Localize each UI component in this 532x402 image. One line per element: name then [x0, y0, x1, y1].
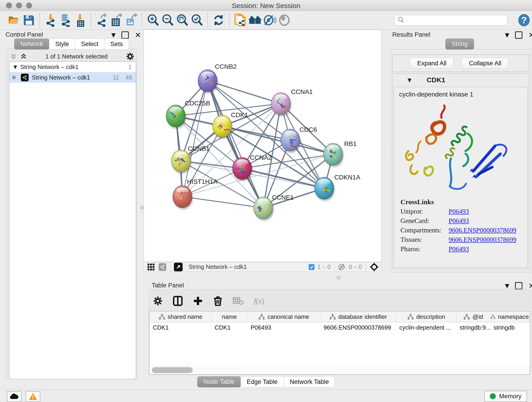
gene-section-collapse-icon[interactable]: ▼ — [408, 77, 412, 83]
network-canvas[interactable]: CCNB2CCNA1CDC25BCDK1CDC6RB1CCNB1CCNA2CDK… — [144, 30, 382, 262]
search-input[interactable] — [404, 17, 501, 24]
fit-content-crosshair-icon[interactable] — [370, 262, 379, 272]
warnings-button[interactable] — [26, 391, 40, 402]
string-home-button[interactable] — [248, 13, 262, 27]
column-header-canonical-name[interactable]: canonical name — [247, 312, 320, 322]
tab-edge-table[interactable]: Edge Table — [241, 376, 284, 387]
show-glass-style-button[interactable] — [277, 13, 292, 27]
memory-button[interactable]: Memory — [484, 391, 527, 402]
node-CCNB2[interactable]: CCNB2 — [198, 63, 237, 94]
collapse-all-tree-icon[interactable] — [10, 53, 17, 60]
import-network-database-button[interactable] — [58, 13, 73, 27]
table-cell[interactable]: P06493 — [247, 322, 320, 333]
results-panel-float-button[interactable] — [515, 32, 522, 39]
table-horizontal-scrollbar[interactable] — [149, 366, 530, 375]
column-header-database-identifier[interactable]: database identifier — [320, 312, 396, 322]
node-HIST1H1A[interactable]: HIST1H1A — [173, 178, 218, 210]
column-header-shared-name[interactable]: shared name — [150, 312, 211, 322]
birds-eye-grid-icon[interactable] — [147, 263, 155, 271]
tab-network[interactable]: Network — [14, 38, 49, 50]
column-header-name[interactable]: name — [211, 312, 247, 322]
export-image-button[interactable] — [124, 13, 138, 27]
table-panel-float-button[interactable] — [515, 282, 522, 289]
table-options-gear-icon[interactable] — [153, 296, 163, 306]
hide-glass-style-button[interactable] — [262, 13, 277, 27]
add-column-plus-icon[interactable] — [193, 296, 203, 306]
network-share-icon[interactable] — [158, 263, 166, 271]
hierarchy-column-icon — [158, 313, 165, 320]
control-panel-float-button[interactable] — [121, 32, 129, 39]
table-cell[interactable]: cyclin-dependent ... — [396, 322, 456, 333]
vertical-splitter-right-handle[interactable] — [382, 151, 385, 154]
help-button[interactable]: ? — [518, 14, 530, 26]
node-label-CCNA1: CCNA1 — [291, 88, 313, 95]
selected-nodes-checkbox[interactable] — [309, 264, 315, 270]
zoom-in-button[interactable] — [146, 13, 160, 27]
column-header-label: database identifier — [338, 313, 387, 320]
tab-sets[interactable]: Sets — [104, 38, 129, 50]
node-CDKN1A[interactable]: CDKN1A — [315, 174, 360, 201]
expand-all-button[interactable]: Expand All — [410, 58, 454, 69]
node-CCNA1[interactable]: CCNA1 — [271, 88, 313, 116]
vertical-splitter-left-handle[interactable] — [140, 206, 144, 209]
show-columns-icon[interactable] — [173, 296, 183, 306]
open-in-new-window-icon[interactable] — [174, 263, 183, 271]
crosslink-link[interactable]: 9606.ENSP00000378699 — [449, 226, 516, 234]
protein-structure-image[interactable] — [397, 100, 525, 196]
node-table-row[interactable]: CDK1CDK1P064939606.ENSP00000378699cyclin… — [150, 322, 530, 333]
horizontal-splitter-handle[interactable] — [337, 276, 340, 279]
table-cell[interactable]: CDK1 — [150, 322, 211, 333]
string-import-button[interactable] — [233, 13, 248, 27]
node-RB1[interactable]: RB1 — [323, 140, 356, 167]
tab-node-table[interactable]: Node Table — [197, 376, 241, 387]
save-session-button[interactable] — [22, 13, 36, 27]
node-label-CCNB2: CCNB2 — [215, 63, 237, 70]
scrollbar-thumb[interactable] — [152, 367, 193, 373]
results-panel-menu-button[interactable]: ▼ — [505, 32, 509, 38]
edge-CCNB2-CCNA1[interactable] — [208, 81, 281, 104]
table-cell[interactable]: 9606.ENSP00000378699 — [320, 322, 396, 333]
import-network-file-button[interactable] — [43, 13, 58, 27]
collapse-all-button[interactable]: Collapse All — [462, 58, 508, 69]
control-panel-menu-button[interactable]: ▼ — [111, 32, 115, 38]
crosslink-link[interactable]: P06493 — [449, 245, 469, 253]
edge-HIST1H1A-CCNE1[interactable] — [182, 197, 263, 208]
collection-expand-arrow-icon[interactable]: ▼ — [13, 64, 17, 70]
table-panel-close-button[interactable]: ✕ — [528, 281, 532, 290]
network-collection-row[interactable]: ▼ String Network – cdk1 1 — [9, 62, 136, 72]
column-header--id[interactable]: @id — [456, 312, 490, 322]
zoom-selected-button[interactable] — [190, 13, 204, 27]
zoom-fit-button[interactable] — [175, 13, 190, 27]
gene-symbol: CDK1 — [427, 76, 445, 84]
table-cell[interactable]: CDK1 — [211, 322, 247, 333]
network-options-gear-icon[interactable] — [126, 52, 134, 61]
export-network-button[interactable] — [94, 13, 109, 27]
column-header-description[interactable]: description — [396, 312, 456, 322]
apply-layout-button[interactable] — [211, 13, 226, 27]
zoom-out-button[interactable] — [160, 13, 175, 27]
expand-all-tree-icon[interactable] — [20, 53, 27, 60]
table-cell[interactable]: stringdb:9... — [456, 322, 490, 333]
tab-select[interactable]: Select — [75, 38, 104, 50]
results-panel-close-button[interactable]: ✕ — [528, 31, 532, 39]
column-header-namespace[interactable]: namespace — [490, 312, 529, 322]
table-panel-menu-button[interactable]: ▼ — [505, 283, 509, 289]
import-table-file-button[interactable] — [73, 13, 87, 27]
crosslink-link[interactable]: 9606.ENSP00000378699 — [449, 236, 516, 243]
edge-CCNB2-CCNE1[interactable] — [208, 81, 263, 208]
export-table-button[interactable] — [109, 13, 124, 27]
cloud-status-button[interactable] — [7, 391, 22, 402]
table-cell[interactable]: stringdb — [490, 322, 529, 333]
tab-string-results[interactable]: String — [445, 38, 474, 50]
delete-column-trash-icon[interactable] — [213, 296, 223, 306]
crosslink-link[interactable]: P06493 — [449, 217, 469, 225]
tab-network-table[interactable]: Network Table — [284, 376, 335, 387]
node-CCNE1[interactable]: CCNE1 — [254, 194, 294, 221]
column-header-label: @id — [472, 313, 483, 320]
tab-style[interactable]: Style — [49, 38, 75, 50]
network-row-selected[interactable]: String Network – cdk1 11 48 — [9, 72, 136, 83]
control-panel-close-button[interactable]: ✕ — [135, 31, 141, 39]
open-session-button[interactable] — [7, 13, 22, 27]
crosslink-row: Uniprot:P06493 — [400, 208, 527, 215]
crosslink-link[interactable]: P06493 — [449, 208, 469, 215]
